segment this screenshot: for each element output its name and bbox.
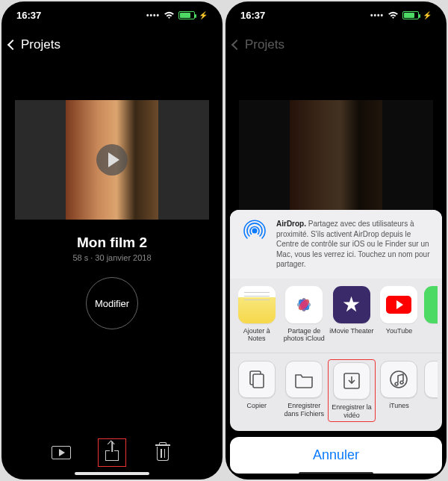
action-itunes[interactable]: iTunes (377, 361, 422, 421)
charging-icon: ⚡ (423, 11, 432, 19)
share-app-more[interactable] (424, 286, 438, 343)
status-time: 16:37 (16, 10, 41, 21)
cancel-label: Annuler (313, 447, 359, 462)
delete-button[interactable] (152, 442, 173, 463)
youtube-icon (380, 286, 417, 323)
action-more[interactable] (424, 361, 438, 421)
status-bar: 16:37 •••• ⚡ (1, 1, 223, 28)
imovie-icon: ★ (333, 286, 370, 323)
share-panel: AirDrop. Partagez avec des utilisateurs … (230, 210, 442, 431)
svg-point-12 (391, 371, 407, 388)
bottom-toolbar (1, 442, 223, 463)
nav-back[interactable]: Projets (225, 28, 447, 55)
airdrop-text: AirDrop. Partagez avec des utilisateurs … (276, 219, 432, 270)
itunes-icon (380, 361, 417, 398)
action-save-to-files[interactable]: Enregistrer dans Fichiers (282, 361, 327, 421)
trash-icon (156, 444, 169, 461)
folder-icon (285, 361, 323, 398)
share-icon (105, 444, 119, 461)
nav-back-label: Projets (21, 37, 60, 52)
share-app-youtube[interactable]: YouTube (377, 286, 422, 343)
photos-icon (285, 286, 323, 323)
signal-dots-icon: •••• (146, 11, 160, 19)
share-sheet: AirDrop. Partagez avec des utilisateurs … (230, 210, 442, 474)
share-button[interactable] (102, 442, 122, 463)
home-indicator[interactable] (299, 472, 373, 475)
action-copy[interactable]: Copier (234, 361, 279, 421)
svg-point-0 (252, 229, 258, 234)
save-video-icon (333, 362, 370, 400)
status-time: 16:37 (240, 10, 265, 21)
modify-button[interactable]: Modifier (86, 277, 138, 329)
wifi-icon (164, 11, 175, 19)
copy-icon (238, 361, 276, 398)
action-save-video[interactable]: Enregistrer la vidéo (329, 361, 374, 421)
airdrop-title: AirDrop. (276, 220, 306, 228)
battery-icon (402, 11, 419, 19)
phone-left: 16:37 •••• ⚡ Projets Mon film 2 58 s · 3… (1, 1, 223, 480)
share-app-imovie-theater[interactable]: ★ iMovie Theater (329, 286, 374, 343)
signal-dots-icon: •••• (370, 11, 384, 19)
play-icon (108, 152, 119, 167)
more-app-icon (424, 286, 438, 323)
chevron-left-icon (7, 40, 18, 50)
charging-icon: ⚡ (199, 11, 208, 19)
share-app-icloud-photos[interactable]: Partage de photos iCloud (282, 286, 327, 343)
battery-icon (178, 11, 195, 19)
project-subtitle: 58 s · 30 janvier 2018 (1, 253, 223, 262)
play-button[interactable] (96, 144, 128, 176)
chevron-left-icon (231, 40, 242, 50)
video-thumbnail[interactable] (15, 100, 209, 220)
video-thumbnail-dimmed (239, 100, 433, 220)
project-title: Mon film 2 (1, 235, 223, 251)
modify-label: Modifier (95, 298, 129, 309)
svg-rect-10 (253, 374, 264, 388)
play-rect-icon (52, 446, 71, 459)
status-bar: 16:37 •••• ⚡ (225, 1, 447, 28)
notes-icon (238, 286, 276, 323)
phone-right: 16:37 •••• ⚡ Projets (225, 1, 447, 480)
more-action-icon (424, 361, 438, 398)
cancel-button[interactable]: Annuler (230, 437, 442, 474)
home-indicator[interactable] (75, 472, 149, 475)
wifi-icon (388, 11, 399, 19)
share-actions-row[interactable]: Copier Enregistrer dans Fichiers Enregis… (230, 353, 442, 431)
play-fullscreen-button[interactable] (51, 442, 72, 463)
nav-back[interactable]: Projets (1, 28, 223, 55)
airdrop-icon (240, 219, 269, 247)
nav-back-label: Projets (245, 37, 284, 52)
share-app-notes[interactable]: Ajouter à Notes (234, 286, 279, 343)
airdrop-section[interactable]: AirDrop. Partagez avec des utilisateurs … (230, 210, 442, 279)
share-apps-row[interactable]: Ajouter à Notes (230, 279, 442, 353)
